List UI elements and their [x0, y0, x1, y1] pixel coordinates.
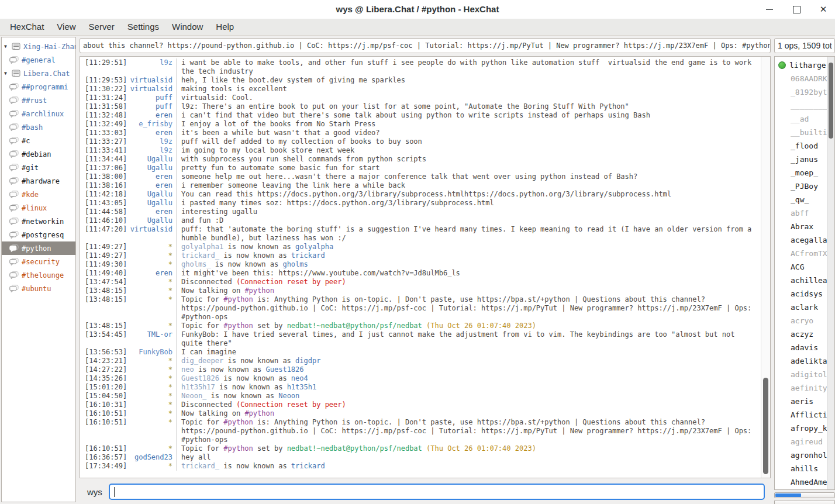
- userlist-item-068aadrkn[interactable]: 068AADRKN: [775, 72, 834, 85]
- menu-help[interactable]: Help: [209, 19, 240, 35]
- sidebar-item--linux[interactable]: #linux: [2, 201, 75, 215]
- menu-view[interactable]: View: [50, 19, 82, 35]
- expander-arrow-icon[interactable]: ▼: [2, 44, 12, 49]
- userlist-item-acfromtx[interactable]: ACfromTX: [775, 247, 834, 260]
- message-text: Topic for #python is: Anything Python is…: [177, 295, 761, 322]
- userlist-scrollbar-thumb[interactable]: [829, 63, 833, 139]
- userlist-item-aczyz[interactable]: aczyz: [775, 327, 834, 341]
- message-segment: golyalpha: [295, 243, 333, 251]
- minimize-button-icon[interactable]: [765, 5, 774, 14]
- user-nick-label: 068AADRKN: [791, 74, 831, 83]
- userlist-item-afropy-ke[interactable]: afropy_ke: [775, 422, 834, 435]
- userlist-item-adavis[interactable]: adavis: [775, 341, 834, 354]
- userlist-item-agireud[interactable]: agireud: [775, 435, 834, 448]
- message-segment: gholms: [282, 260, 308, 268]
- chat-scrollbar-thumb[interactable]: [763, 378, 768, 474]
- userlist-item-aeris[interactable]: aeris: [775, 395, 834, 408]
- message-input[interactable]: [109, 484, 765, 500]
- message-segment: interesting ugallu: [181, 208, 257, 216]
- userlist-item--qw-[interactable]: _qw_: [775, 193, 834, 206]
- sidebar-item--debian[interactable]: #debian: [2, 147, 75, 161]
- sidebar-server-libera-chat[interactable]: ▼Libera.Chat: [2, 67, 75, 80]
- userlist-item-acegalla-[interactable]: acegalla-: [775, 233, 834, 247]
- menu-window[interactable]: Window: [165, 19, 209, 35]
- sidebar-item--rust[interactable]: ##rust: [2, 94, 75, 107]
- title-bar: wys @ Libera.Chat / #python - HexChat ✕: [0, 0, 835, 19]
- channel-tree[interactable]: ▼Xing-Hai-Zhan#general▼Libera.Chat##prog…: [1, 37, 76, 502]
- userlist-item-abrax[interactable]: Abrax: [775, 220, 834, 233]
- sidebar-server-xing-hai-zhan[interactable]: ▼Xing-Hai-Zhan: [2, 40, 75, 53]
- userlist-item--8192byte[interactable]: _8192byte: [775, 85, 834, 99]
- message-segment: (Connection reset by peer): [236, 401, 346, 409]
- message-text: I can imagine: [177, 348, 761, 357]
- message-segment: i remember someone leaving the link here…: [181, 181, 405, 189]
- menu-server[interactable]: Server: [82, 19, 121, 35]
- sidebar-item--hardware[interactable]: #hardware: [2, 174, 75, 188]
- userlist-item-achilleas[interactable]: achilleas: [775, 274, 834, 287]
- chat-line: [11:29:51]l9zi want be able to make tool…: [80, 58, 761, 76]
- userlist-item-adeliktas[interactable]: adeliktas: [775, 354, 834, 368]
- sidebar-item--general[interactable]: #general: [2, 53, 75, 67]
- message-segment: is now known as: [223, 357, 295, 365]
- maximize-button-icon[interactable]: [792, 5, 801, 14]
- userlist-item-litharge[interactable]: litharge: [775, 58, 834, 72]
- timestamp: [16:10:31]: [80, 401, 128, 409]
- sidebar-item--kde[interactable]: #kde: [2, 188, 75, 201]
- chat-scrollbar[interactable]: [761, 57, 770, 478]
- userlist-item-acg[interactable]: ACG: [775, 260, 834, 274]
- message-text: gholms_ is now known as gholms: [177, 260, 761, 269]
- chat-area[interactable]: [11:29:51]l9zi want be able to make tool…: [80, 56, 771, 478]
- event-star: *: [128, 357, 172, 365]
- userlist-item-aefinity[interactable]: aefinity: [775, 381, 834, 395]
- userlist-item--janus[interactable]: _janus: [775, 153, 834, 166]
- user-list[interactable]: litharge068AADRKN_8192byte___________ad_…: [774, 56, 835, 490]
- userlist-item-ahmedamer[interactable]: AhmedAmer: [775, 475, 834, 489]
- userlist-item-agronholm[interactable]: agronholm: [775, 448, 834, 462]
- userlist-scrollbar[interactable]: [827, 57, 834, 489]
- user-nick-label: _qw_: [791, 195, 809, 204]
- userlist-item--ad[interactable]: __ad: [775, 112, 834, 126]
- sidebar-item--git[interactable]: #git: [2, 161, 75, 174]
- userlist-item-abff[interactable]: abff: [775, 206, 834, 220]
- userlist-item--moep-[interactable]: _moep_: [775, 166, 834, 179]
- chat-line: [11:38:16]ereni remember someone leaving…: [80, 181, 761, 190]
- message-text: Now talking on #python: [177, 286, 761, 295]
- userlist-item--flood[interactable]: _flood: [775, 139, 834, 153]
- sidebar-item--bash[interactable]: #bash: [2, 120, 75, 134]
- userlist-item-acryo[interactable]: acryo: [775, 314, 834, 327]
- menu-settings[interactable]: Settings: [121, 19, 165, 35]
- userlist-item--builtin[interactable]: __builtin: [775, 126, 834, 139]
- userlist-item--[interactable]: _________: [775, 99, 834, 112]
- sidebar-item--postgresq[interactable]: #postgresq: [2, 228, 75, 241]
- sidebar-item--networkin[interactable]: #networkin: [2, 215, 75, 228]
- close-button-icon[interactable]: ✕: [819, 5, 828, 14]
- sidebar-item--ubuntu[interactable]: #ubuntu: [2, 282, 75, 295]
- event-star: *: [128, 444, 172, 453]
- userlist-item-afflictio[interactable]: Afflictio: [775, 408, 834, 422]
- tree-item-label: #networkin: [22, 218, 64, 226]
- message-text: hey all: [177, 453, 761, 462]
- topic-input[interactable]: about this channel? https://pound-python…: [80, 38, 771, 53]
- sidebar-item--python[interactable]: #python: [2, 241, 75, 255]
- message-text: it might've been this: https://www.youtu…: [177, 269, 761, 278]
- sidebar-item--thelounge[interactable]: #thelounge: [2, 268, 75, 282]
- sidebar-item--archlinux[interactable]: #archlinux: [2, 107, 75, 120]
- message-text: I enjoy a lot of the books from No Starh…: [177, 120, 761, 129]
- timestamp: [14:23:21]: [80, 357, 128, 365]
- userlist-item-ahills[interactable]: ahills: [775, 462, 834, 475]
- own-nick-label[interactable]: wys: [80, 487, 102, 497]
- userlist-item--pjboy[interactable]: _PJBoy: [775, 179, 834, 193]
- message-segment: virtualsid: Cool.: [181, 94, 253, 102]
- userlist-item-aclark[interactable]: aclark: [775, 301, 834, 314]
- sidebar-item--programmi[interactable]: ##programmi: [2, 80, 75, 94]
- timestamp: [13:54:45]: [80, 330, 128, 348]
- chat-line: [11:44:58]ereninteresting ugallu: [80, 208, 761, 216]
- expander-arrow-icon[interactable]: ▼: [2, 71, 12, 76]
- sidebar-item--security[interactable]: #security: [2, 255, 75, 268]
- sidebar-item--c[interactable]: #c: [2, 134, 75, 147]
- message-segment: i want be able to make tools, and other …: [181, 58, 756, 75]
- userlist-item-adigitole[interactable]: adigitole: [775, 368, 834, 381]
- nick-tml-or: TML-or: [128, 330, 172, 348]
- userlist-item-acidsys[interactable]: acidsys: [775, 287, 834, 301]
- menu-hexchat[interactable]: HexChat: [4, 19, 50, 35]
